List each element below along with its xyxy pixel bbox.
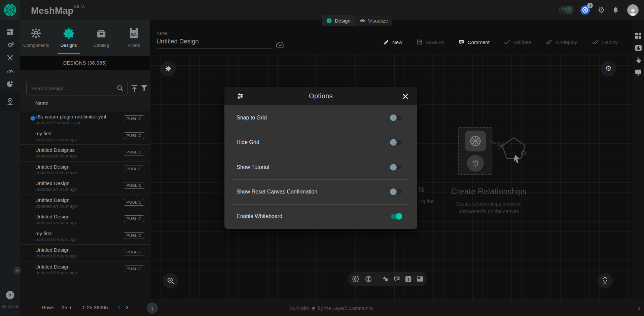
reset-view-button[interactable]	[597, 273, 613, 288]
media-tool-button[interactable]	[416, 276, 423, 282]
canvas-config-button[interactable]	[160, 61, 176, 76]
design-list: k8s-wasm-plugin-ratelimiter.yml updated …	[20, 111, 150, 278]
layer5-mesh-icon	[3, 3, 17, 17]
tab-designs[interactable]: Designs	[52, 20, 85, 56]
settings-button[interactable]: ⚙	[598, 6, 605, 14]
import-design-button[interactable]	[131, 84, 138, 94]
next-page-button[interactable]: ›	[126, 304, 128, 311]
notifications-button[interactable]	[612, 6, 619, 14]
chevron-right-icon: ›	[16, 268, 18, 273]
comment-button[interactable]: Comment	[458, 39, 490, 45]
right-rail	[633, 20, 644, 300]
close-modal-button[interactable]	[400, 92, 410, 101]
metrics-button[interactable]	[635, 44, 642, 52]
option-toggle[interactable]	[390, 114, 402, 121]
visibility-badge: PUBLIC	[124, 182, 144, 189]
save-as-button[interactable]: Save As	[417, 39, 444, 45]
option-toggle[interactable]	[390, 164, 402, 171]
option-label: Snap to Grid	[237, 115, 267, 121]
sidebar-item-performance[interactable]	[6, 68, 14, 74]
sidebar-item-lifecycle[interactable]: ⚙⚙	[7, 41, 13, 49]
zoom-in-icon	[167, 277, 175, 285]
visibility-badge: PUBLIC	[124, 266, 144, 272]
sidebar-item-meshmap[interactable]	[6, 98, 14, 106]
options-modal-header: Options	[224, 87, 417, 105]
search-input[interactable]	[26, 81, 128, 96]
squid-icon	[470, 157, 481, 169]
new-button[interactable]: New	[383, 39, 402, 45]
validate-button[interactable]: Validate	[504, 39, 531, 45]
collaborator-avatar-2[interactable]	[565, 6, 573, 14]
comment-icon	[393, 276, 400, 283]
interaction-mode-button[interactable]	[635, 57, 642, 64]
filter-designs-button[interactable]	[141, 84, 148, 93]
design-list-item[interactable]: Untitled Design updated an hour ago PUBL…	[20, 161, 150, 178]
design-list-item[interactable]: k8s-wasm-plugin-ratelimiter.yml updated …	[20, 111, 150, 128]
option-row: Show Tutorial	[224, 155, 417, 179]
design-list-item[interactable]: my first updated an hour ago PUBLIC	[20, 128, 150, 145]
design-list-item[interactable]: my first updated 6 hours ago PUBLIC	[20, 228, 150, 245]
comment-icon	[458, 39, 465, 45]
tab-visualize[interactable]: Visualize	[355, 15, 393, 26]
design-name-input[interactable]	[156, 36, 273, 48]
check-icon	[504, 39, 510, 45]
tools-icon	[6, 54, 14, 62]
options-list: Snap to Grid Hide Grid Show Tutorial Sho…	[224, 105, 417, 229]
tab-catalog[interactable]: Catalog	[85, 20, 118, 56]
option-row: Hide Grid	[224, 130, 417, 154]
option-toggle[interactable]	[390, 188, 402, 195]
design-list-region: k8s-wasm-plugin-ratelimiter.yml updated …	[20, 111, 150, 316]
sidebar-item-extensions[interactable]	[6, 80, 14, 88]
double-check-icon	[591, 39, 599, 45]
design-list-item[interactable]: Untitled Designss updated an hour ago PU…	[20, 144, 150, 161]
tab-design[interactable]: Design	[322, 15, 355, 26]
sidebar-item-dashboard[interactable]	[6, 28, 14, 36]
page-size-select[interactable]: 25 ▾	[62, 305, 71, 310]
display-mode-button[interactable]	[635, 69, 642, 76]
text-tool-button[interactable]: T	[405, 276, 412, 283]
top-header: MeshMapBETA Design Visualize	[0, 0, 644, 20]
kubernetes-context-chip[interactable]: 1	[580, 5, 590, 15]
name-column-header: Name	[35, 100, 48, 106]
visibility-badge: PUBLIC	[124, 215, 144, 222]
prev-page-button[interactable]: ‹	[118, 304, 120, 311]
shapes-tool-button[interactable]	[382, 275, 389, 283]
kubernetes-tool-button[interactable]	[364, 275, 372, 283]
image-icon	[416, 276, 423, 282]
design-name-field: Name	[156, 31, 273, 48]
rail-expand-button[interactable]: ›	[13, 267, 21, 274]
design-list-item[interactable]: Untitled Design updated an hour ago PUBL…	[20, 211, 150, 228]
design-list-item[interactable]: Untitled Design updated 8 hours ago PUBL…	[20, 261, 150, 278]
option-toggle[interactable]	[390, 139, 402, 146]
pagination: Rows 25 ▾ 1-25 36065 ‹ ›	[20, 302, 150, 312]
components-grid-button[interactable]	[635, 32, 642, 39]
context-count-badge: 1	[587, 3, 593, 8]
mode-tabs: Design Visualize	[322, 15, 392, 26]
footer-collapse-button[interactable]: ‹	[638, 305, 640, 312]
help-button[interactable]: ?	[6, 291, 14, 300]
layer5-logo[interactable]	[0, 0, 20, 20]
visibility-badge: PUBLIC	[124, 199, 144, 206]
design-list-item[interactable]: Untitled Design updated 8 hours ago PUBL…	[20, 244, 150, 261]
comment-tool-button[interactable]	[393, 276, 400, 283]
option-toggle[interactable]	[390, 213, 402, 220]
designs-panel: Components Designs Catalog	[20, 20, 150, 316]
tab-filters[interactable]: WA Filters	[117, 20, 150, 56]
design-list-item[interactable]: Untitled Design updated an hour ago PUBL…	[20, 195, 150, 211]
panel-collapse-button[interactable]: ‹	[147, 303, 158, 314]
sidebar-item-configuration[interactable]	[6, 54, 14, 62]
empty-state-description: Create relationships between components …	[445, 200, 533, 215]
canvas-settings-button[interactable]: ⚙	[601, 61, 616, 76]
user-avatar[interactable]	[627, 4, 639, 16]
page-range: 1-25 36065	[82, 305, 108, 310]
deploy-button[interactable]: Deploy	[591, 39, 618, 45]
zoom-in-button[interactable]	[163, 273, 178, 288]
tab-components[interactable]: Components	[20, 20, 52, 56]
design-list-item[interactable]: Untitled Design updated an hour ago PUBL…	[20, 178, 150, 195]
component-tool-button[interactable]	[351, 275, 360, 283]
empty-state-title: Create Relationships	[428, 187, 549, 196]
relationship-demo-shape	[490, 134, 533, 173]
pie-mesh-icon	[6, 80, 14, 88]
undeploy-button[interactable]: Undeploy	[545, 39, 577, 45]
shapes-icon	[382, 275, 389, 283]
